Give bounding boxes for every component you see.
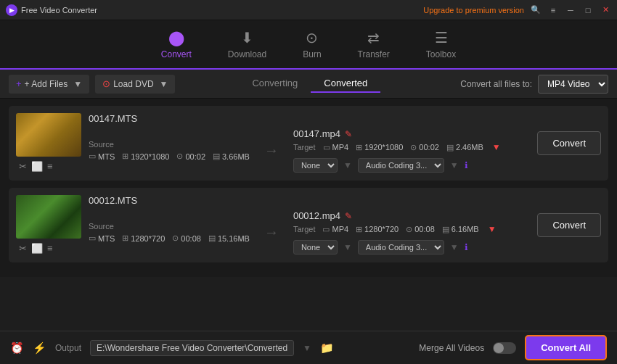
convert-all-label: Convert all files to:: [460, 79, 532, 89]
nav-label-convert: Convert: [161, 49, 192, 59]
source-block-1: Source ▭ MTS ⊞ 1920*1080 ⊙ 00:02: [89, 140, 250, 161]
audio-select-1[interactable]: Audio Coding 3...: [358, 158, 444, 173]
target-dropdown-arrow-1[interactable]: ▼: [492, 142, 501, 152]
nav-label-transfer: Transfer: [358, 49, 390, 59]
convert-button-2[interactable]: Convert: [537, 213, 601, 237]
info-icon-2[interactable]: ℹ: [465, 242, 468, 252]
target-meta-2: Target ▭ MP4 ⊞ 1280*720 ⊙ 00:08: [293, 224, 531, 234]
thumbnail-area-2: ✂ ⬜ ≡: [16, 195, 81, 255]
minimize-button[interactable]: ─: [565, 4, 576, 16]
merge-label: Merge All Videos: [419, 343, 484, 353]
download-nav-icon: ⬇: [241, 29, 253, 46]
bottom-right: Merge All Videos Convert All: [419, 335, 607, 360]
source-label-1: Source: [89, 140, 250, 149]
edit-icon-1[interactable]: ✎: [345, 129, 352, 139]
upgrade-link[interactable]: Upgrade to premium version: [423, 6, 524, 15]
target-label-2: Target: [293, 225, 316, 233]
source-format-1: ▭ MTS: [89, 152, 115, 161]
file-icon-2: ▤: [208, 233, 216, 243]
nav-label-burn: Burn: [303, 49, 321, 59]
target-dropdown-arrow-2[interactable]: ▼: [488, 224, 497, 234]
format-icon-2: ▭: [89, 233, 96, 243]
dvd-dropdown-icon[interactable]: ▼: [160, 79, 168, 89]
converted-tab[interactable]: Converted: [311, 75, 380, 93]
nav-item-download[interactable]: ⬇ Download: [228, 29, 266, 59]
nav-bar: ⬤ Convert ⬇ Download ⊙ Burn ⇄ Transfer ☰…: [0, 20, 617, 70]
target-resolution-2: ⊞ 1280*720: [356, 225, 399, 234]
target-file-icon-2: ▤: [442, 225, 449, 234]
forward-arrow-icon: →: [264, 142, 279, 159]
nav-item-burn[interactable]: ⊙ Burn: [303, 29, 321, 59]
nav-label-toolbox: Toolbox: [426, 49, 456, 59]
subtitle-select-2[interactable]: None: [293, 240, 338, 255]
crop-icon-2[interactable]: ⬜: [31, 243, 43, 254]
thumbnail-2: [16, 195, 81, 239]
target-res-icon-2: ⊞: [356, 225, 362, 234]
app-logo: ▶ Free Video Converter: [6, 4, 97, 16]
dropdown-row-2: None ▼ Audio Coding 3... ▼ ℹ: [293, 240, 531, 255]
converting-tab[interactable]: Converting: [239, 75, 311, 93]
output-path[interactable]: E:\Wondershare Free Video Converter\Conv…: [90, 340, 294, 356]
audio-select-2[interactable]: Audio Coding 3...: [358, 240, 444, 255]
source-meta-2: ▭ MTS ⊞ 1280*720 ⊙ 00:08 ▤: [89, 233, 250, 243]
target-duration-1: ⊙ 00:02: [410, 143, 439, 152]
target-duration-2: ⊙ 00:08: [406, 225, 435, 234]
close-button[interactable]: ✕: [600, 4, 611, 16]
source-filename-1: 00147.MTS: [89, 113, 137, 124]
settings-icon-2[interactable]: ≡: [47, 243, 53, 254]
crop-icon[interactable]: ⬜: [31, 161, 43, 172]
source-resolution-2: ⊞ 1280*720: [122, 233, 165, 243]
bottom-bar: ⏰ ⚡ Output E:\Wondershare Free Video Con…: [0, 331, 617, 364]
add-files-dropdown-icon[interactable]: ▼: [73, 79, 82, 89]
edit-icon-2[interactable]: ✎: [345, 211, 352, 221]
source-name-row-2: 00012.MTS: [89, 195, 530, 206]
thumbnail-area-1: ✂ ⬜ ≡: [16, 113, 81, 173]
menu-icon[interactable]: ≡: [547, 4, 559, 16]
target-block-1: 00147.mp4 ✎ Target ▭ MP4 ⊞ 1920*1080: [293, 128, 531, 173]
file-item-2: ✂ ⬜ ≡ 00012.MTS Source ▭ MTS: [9, 188, 608, 262]
target-meta-1: Target ▭ MP4 ⊞ 1920*1080 ⊙ 00:02: [293, 142, 531, 152]
format-select[interactable]: MP4 Video: [538, 75, 608, 94]
cut-icon-2[interactable]: ✂: [19, 243, 27, 254]
toolbox-nav-icon: ☰: [435, 29, 448, 46]
schedule-icon[interactable]: ⏰: [10, 342, 24, 355]
dropdown-row-1: None ▼ Audio Coding 3... ▼ ℹ: [293, 158, 531, 173]
arrow-2: →: [258, 224, 285, 241]
convert-all-button[interactable]: Convert All: [525, 335, 607, 360]
maximize-button[interactable]: □: [582, 4, 594, 16]
target-resolution-1: ⊞ 1920*1080: [356, 143, 403, 152]
target-res-icon: ⊞: [356, 143, 362, 152]
nav-item-toolbox[interactable]: ☰ Toolbox: [426, 29, 456, 59]
source-name-row-1: 00147.MTS: [89, 113, 530, 124]
toolbar-right: Convert all files to: MP4 Video: [460, 75, 608, 94]
info-icon-1[interactable]: ℹ: [465, 160, 468, 170]
target-label-1: Target: [293, 143, 316, 152]
tab-group: Converting Converted: [239, 75, 380, 93]
thumb-tools-2: ✂ ⬜ ≡: [16, 241, 81, 255]
target-filename-2: 00012.mp4: [293, 210, 340, 221]
output-label: Output: [55, 343, 81, 353]
flash-icon[interactable]: ⚡: [33, 342, 46, 355]
thumb-tools-1: ✂ ⬜ ≡: [16, 160, 81, 173]
source-target-row-2: Source ▭ MTS ⊞ 1280*720 ⊙ 00:08: [89, 210, 530, 255]
cut-icon[interactable]: ✂: [19, 161, 27, 172]
search-icon[interactable]: 🔍: [530, 4, 542, 16]
target-file-icon: ▤: [446, 143, 454, 152]
source-target-row-1: Source ▭ MTS ⊞ 1920*1080 ⊙ 00:02: [89, 128, 530, 173]
settings-icon[interactable]: ≡: [47, 161, 53, 172]
resolution-icon: ⊞: [122, 152, 128, 161]
add-files-button[interactable]: + + Add Files ▼: [9, 75, 89, 94]
forward-arrow-icon-2: →: [264, 224, 279, 241]
load-dvd-button[interactable]: ⊙ Load DVD ▼: [95, 75, 175, 94]
target-block-2: 00012.mp4 ✎ Target ▭ MP4 ⊞ 1280*720: [293, 210, 531, 255]
merge-toggle[interactable]: [493, 342, 516, 354]
file-item: ✂ ⬜ ≡ 00147.MTS Source ▭ MTS: [9, 106, 608, 181]
resolution-icon-2: ⊞: [122, 233, 128, 243]
nav-item-convert[interactable]: ⬤ Convert: [161, 29, 192, 59]
folder-icon[interactable]: 📁: [320, 342, 334, 355]
file-info-1: 00147.MTS Source ▭ MTS ⊞ 1920*1080: [89, 113, 530, 173]
nav-item-transfer[interactable]: ⇄ Transfer: [358, 29, 390, 59]
target-filename-1: 00147.mp4: [293, 128, 340, 139]
subtitle-select-1[interactable]: None: [293, 158, 338, 173]
convert-button-1[interactable]: Convert: [537, 131, 601, 155]
